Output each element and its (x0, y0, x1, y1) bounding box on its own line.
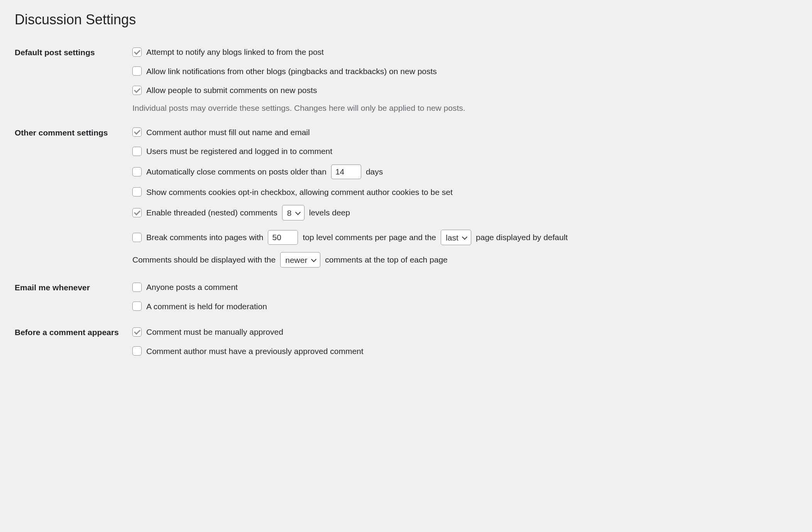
section-heading-email-me: Email me whenever (15, 275, 132, 320)
label-held-moderation: A comment is held for moderation (146, 300, 267, 313)
label-pagination-after: page displayed by default (476, 231, 568, 244)
label-manually-approved: Comment must be manually approved (146, 326, 283, 338)
label-anyone-posts: Anyone posts a comment (146, 281, 238, 293)
input-auto-close-days[interactable] (331, 164, 361, 179)
checkbox-cookies-optin[interactable] (132, 187, 142, 197)
input-comments-per-page[interactable] (268, 230, 298, 245)
label-pagination-mid: top level comments per page and the (303, 231, 436, 244)
settings-form-table: Default post settings Attempt to notify … (15, 40, 797, 365)
checkbox-require-registration[interactable] (132, 147, 142, 156)
checkbox-held-moderation[interactable] (132, 302, 142, 311)
select-comment-order[interactable]: newer (280, 252, 320, 268)
select-page-position[interactable]: last (441, 230, 471, 245)
checkbox-allow-pingbacks[interactable] (132, 66, 142, 76)
label-prev-approved: Comment author must have a previously ap… (146, 345, 364, 357)
label-allow-pingbacks: Allow link notifications from other blog… (146, 65, 437, 78)
section-heading-other-comment: Other comment settings (15, 120, 132, 276)
section-heading-before-appears: Before a comment appears (15, 320, 132, 365)
checkbox-prev-approved[interactable] (132, 346, 142, 356)
label-auto-close-before: Automatically close comments on posts ol… (146, 166, 326, 178)
checkbox-pagination[interactable] (132, 233, 142, 242)
checkbox-anyone-posts[interactable] (132, 283, 142, 292)
checkbox-require-name-email[interactable] (132, 127, 142, 137)
label-order-after: comments at the top of each page (325, 254, 448, 266)
label-require-registration: Users must be registered and logged in t… (146, 145, 332, 158)
checkbox-manually-approved[interactable] (132, 327, 142, 337)
checkbox-allow-comments[interactable] (132, 86, 142, 95)
select-thread-depth[interactable]: 8 (282, 205, 304, 220)
section-heading-default-post: Default post settings (15, 40, 132, 120)
label-threaded-after: levels deep (309, 207, 350, 219)
page-title: Discussion Settings (15, 12, 797, 28)
label-require-name-email: Comment author must fill out name and em… (146, 126, 310, 139)
checkbox-auto-close[interactable] (132, 167, 142, 176)
checkbox-threaded[interactable] (132, 208, 142, 217)
label-auto-close-after: days (366, 166, 383, 178)
label-threaded-before: Enable threaded (nested) comments (146, 207, 277, 219)
label-allow-comments: Allow people to submit comments on new p… (146, 84, 317, 97)
label-cookies-optin: Show comments cookies opt-in checkbox, a… (146, 186, 453, 198)
label-notify-blogs: Attempt to notify any blogs linked to fr… (146, 46, 324, 58)
label-order-before: Comments should be displayed with the (132, 254, 276, 266)
label-pagination-before: Break comments into pages with (146, 231, 263, 244)
checkbox-notify-blogs[interactable] (132, 47, 142, 57)
default-post-note: Individual posts may override these sett… (132, 103, 797, 113)
